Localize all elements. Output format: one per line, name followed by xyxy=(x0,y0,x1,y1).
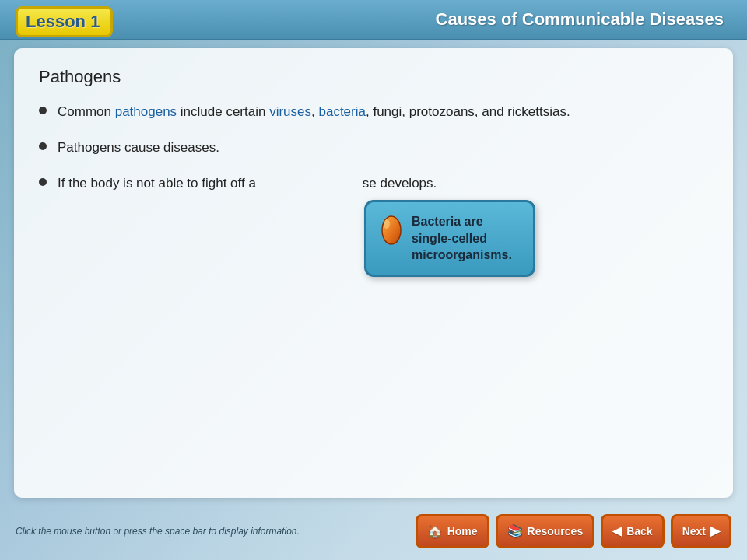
section-title: Pathogens xyxy=(39,67,708,87)
bullet-dot-2 xyxy=(39,142,47,150)
lesson-badge-text: Lesson 1 xyxy=(26,12,100,31)
home-icon: 🏠 xyxy=(427,523,443,538)
link-bacteria[interactable]: bacteria xyxy=(318,104,365,119)
back-icon: ◀ xyxy=(612,523,622,538)
next-button[interactable]: Next ▶ xyxy=(671,514,731,548)
bullet-text-1: Common pathogens include certain viruses… xyxy=(58,103,570,121)
main-content: Pathogens Common pathogens include certa… xyxy=(14,48,733,498)
back-button[interactable]: ◀ Back xyxy=(601,514,664,548)
resources-icon: 📚 xyxy=(507,523,523,538)
next-icon: ▶ xyxy=(710,523,720,538)
bacteria-icon xyxy=(379,215,404,246)
link-pathogens[interactable]: pathogens xyxy=(115,104,177,119)
bullet-text-2: Pathogens cause diseases. xyxy=(58,138,219,157)
bullet-list: Common pathogens include certain viruses… xyxy=(39,103,708,192)
bullet-text-3: If the body is not able to fight off a s… xyxy=(58,174,437,193)
bottom-bar: Click the mouse button or press the spac… xyxy=(0,502,747,560)
nav-buttons: 🏠 Home 📚 Resources ◀ Back Next ▶ xyxy=(416,514,731,548)
bullet-dot-3 xyxy=(39,178,47,186)
bullet-item-3: If the body is not able to fight off a s… xyxy=(39,174,708,193)
home-button[interactable]: 🏠 Home xyxy=(416,514,489,548)
bullet-item-2: Pathogens cause diseases. xyxy=(39,138,708,157)
lesson-badge: Lesson 1 xyxy=(16,6,113,37)
tooltip-inner: Bacteria are single-celled microorganism… xyxy=(379,213,521,264)
bottom-hint: Click the mouse button or press the spac… xyxy=(16,526,300,537)
bullet-dot-1 xyxy=(39,107,47,114)
link-viruses[interactable]: viruses xyxy=(269,104,311,119)
tooltip-popup: Bacteria are single-celled microorganism… xyxy=(364,200,535,277)
header-title: Causes of Communicable Diseases xyxy=(436,9,724,30)
tooltip-text: Bacteria are single-celled microorganism… xyxy=(412,213,521,264)
svg-point-1 xyxy=(384,219,390,229)
resources-button[interactable]: 📚 Resources xyxy=(496,514,595,548)
outer-frame: Causes of Communicable Diseases Lesson 1… xyxy=(0,0,747,560)
bullet-item-1: Common pathogens include certain viruses… xyxy=(39,103,708,121)
